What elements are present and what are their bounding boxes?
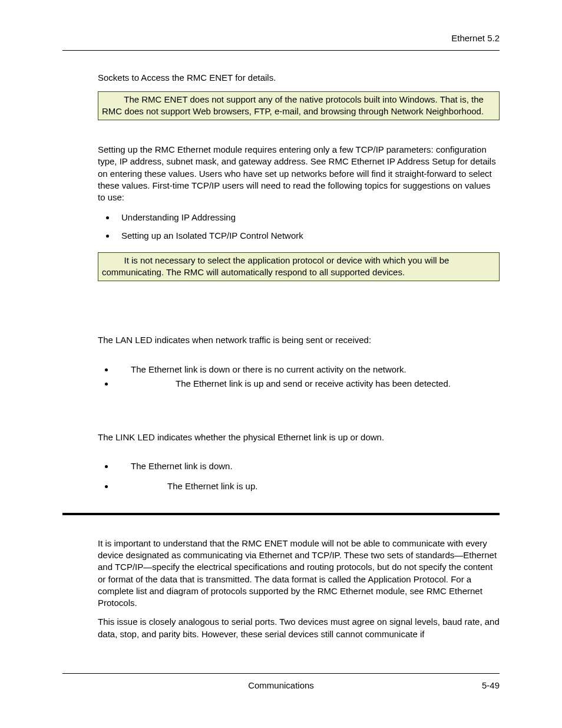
led-desc: The Ethernet link is down or there is no… (131, 364, 406, 374)
list-item: Understanding IP Addressing (115, 210, 500, 228)
list-item: Solid Green The Ethernet link is up. (114, 475, 500, 494)
page-header-right: Ethernet 5.2 (62, 32, 500, 51)
footer-center: Communications (62, 680, 500, 691)
protocols-p1: It is important to understand that the R… (98, 538, 500, 610)
link-led-intro: The LINK LED indicates whether the physi… (98, 431, 500, 443)
page-footer: Communications 5-49 (62, 673, 500, 691)
note-text: The RMC ENET does not support any of the… (102, 94, 484, 116)
led-desc: The Ethernet link is down. (131, 461, 233, 471)
link-led-list: Off The Ethernet link is down. Solid Gre… (98, 460, 500, 494)
note-box-1: Note: The RMC ENET does not support any … (98, 91, 500, 121)
intro-line: Sockets to Access the RMC ENET for detai… (98, 72, 500, 84)
section-divider (62, 513, 500, 515)
led-desc: The Ethernet link is up and send or rece… (176, 378, 451, 388)
lan-led-list: Off The Ethernet link is down or there i… (98, 363, 500, 392)
note-text: It is not necessary to select the applic… (102, 255, 449, 277)
list-item: Off The Ethernet link is down. (114, 460, 500, 474)
lan-led-intro: The LAN LED indicates when network traff… (98, 334, 500, 346)
list-item: Off The Ethernet link is down or there i… (114, 363, 500, 377)
setup-bullets: Understanding IP Addressing Setting up a… (98, 210, 500, 246)
setup-paragraph: Setting up the RMC Ethernet module requi… (98, 144, 500, 203)
protocols-p2: This issue is closely analogous to seria… (98, 616, 500, 640)
list-item: Flicker Yellow The Ethernet link is up a… (114, 377, 500, 391)
led-desc: The Ethernet link is up. (167, 481, 257, 491)
note-box-2: Note: It is not necessary to select the … (98, 252, 500, 282)
list-item: Setting up an Isolated TCP/IP Control Ne… (115, 229, 500, 246)
